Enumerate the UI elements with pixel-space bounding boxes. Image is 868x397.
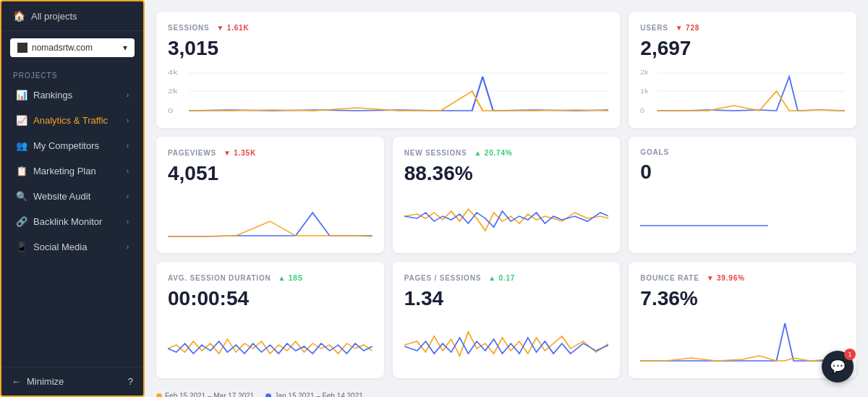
- new-sessions-badge: ▲ 20.74%: [472, 148, 516, 158]
- legend-label-current: Feb 15 2021 – Mar 17 2021: [165, 392, 254, 397]
- help-icon[interactable]: ?: [128, 376, 133, 387]
- main-content: SESSIONS ▼ 1.61K 3,015 4k 2k 0: [145, 0, 868, 397]
- all-projects-link[interactable]: 🏠 All projects: [1, 1, 143, 31]
- chevron-icon: ›: [127, 192, 129, 200]
- avg-session-badge: ▲ 18s: [276, 273, 306, 283]
- minimize-button[interactable]: ← Minimize ?: [1, 367, 143, 396]
- goals-label: GOALS: [640, 148, 845, 156]
- users-chart: 2k 1k 0: [640, 66, 845, 116]
- pageviews-card: PAGEVIEWS ▼ 1.35K 4,051: [156, 137, 384, 253]
- audit-icon: 🔍: [16, 191, 27, 202]
- goals-value: 0: [640, 161, 845, 184]
- avg-session-value: 00:00:54: [168, 287, 373, 310]
- chevron-icon: ›: [127, 243, 129, 251]
- legend-dot-current: [156, 393, 162, 398]
- chat-badge: 1: [844, 349, 856, 360]
- chevron-icon: ›: [127, 142, 129, 150]
- goals-chart: [640, 189, 845, 240]
- backlink-icon: 🔗: [16, 216, 27, 227]
- sidebar-item-label: Analytics & Traffic: [33, 115, 108, 126]
- bounce-rate-badge: ▼ 39.96%: [704, 273, 748, 283]
- competitors-icon: 👥: [16, 140, 27, 151]
- metrics-grid: SESSIONS ▼ 1.61K 3,015 4k 2k 0: [156, 12, 856, 378]
- sidebar-item-rankings[interactable]: 📊 Rankings ›: [6, 83, 139, 107]
- svg-text:1k: 1k: [640, 87, 648, 95]
- sidebar-item-analytics[interactable]: 📈 Analytics & Traffic ›: [6, 108, 139, 132]
- project-dot: [17, 43, 27, 53]
- avg-session-card: AVG. SESSION DURATION ▲ 18s 00:00:54: [156, 262, 384, 378]
- sidebar-item-backlink[interactable]: 🔗 Backlink Monitor ›: [6, 210, 139, 234]
- sidebar-item-marketing[interactable]: 📋 Marketing Plan ›: [6, 159, 139, 183]
- pages-sessions-chart: [404, 316, 609, 367]
- bounce-rate-label: BOUNCE RATE ▼ 39.96%: [640, 273, 845, 283]
- sidebar-item-competitors[interactable]: 👥 My Competitors ›: [6, 134, 139, 158]
- pageviews-badge: ▼ 1.35K: [221, 148, 259, 158]
- pages-sessions-value: 1.34: [404, 287, 609, 310]
- analytics-icon: 📈: [16, 115, 27, 126]
- social-icon: 📱: [16, 242, 27, 252]
- pageviews-value: 4,051: [168, 162, 373, 185]
- legend-label-previous: Jan 15 2021 – Feb 14 2021: [274, 392, 362, 397]
- svg-text:4k: 4k: [168, 69, 178, 76]
- sidebar-item-label: Website Audit: [33, 191, 90, 202]
- svg-text:0: 0: [168, 107, 173, 114]
- project-name: nomadsrtw.com: [32, 43, 93, 53]
- chart-legend: Feb 15 2021 – Mar 17 2021 Jan 15 2021 – …: [156, 385, 856, 397]
- all-projects-label: All projects: [31, 11, 77, 22]
- goals-card: GOALS 0: [629, 137, 856, 253]
- bounce-rate-chart: [640, 316, 845, 367]
- avg-session-chart: [168, 316, 373, 367]
- legend-dot-previous: [265, 393, 271, 398]
- svg-text:2k: 2k: [640, 69, 648, 76]
- projects-section-label: PROJECTS: [1, 64, 143, 82]
- chat-button[interactable]: 💬 1: [822, 351, 854, 383]
- sidebar-item-label: My Competitors: [33, 140, 99, 151]
- chat-icon: 💬: [830, 359, 846, 375]
- pageviews-label: PAGEVIEWS ▼ 1.35K: [168, 148, 373, 158]
- users-card: USERS ▼ 728 2,697 2k 1k 0: [629, 12, 856, 128]
- svg-text:0: 0: [640, 107, 644, 114]
- chevron-icon: ›: [127, 91, 129, 99]
- chevron-down-icon: ▾: [123, 43, 127, 53]
- new-sessions-card: NEW SESSIONS ▲ 20.74% 88.36%: [393, 137, 621, 253]
- chevron-icon: ›: [127, 116, 129, 124]
- sidebar-item-social[interactable]: 📱 Social Media ›: [6, 235, 139, 259]
- legend-item-previous: Jan 15 2021 – Feb 14 2021: [265, 392, 362, 397]
- sidebar-item-audit[interactable]: 🔍 Website Audit ›: [6, 184, 139, 208]
- new-sessions-label: NEW SESSIONS ▲ 20.74%: [404, 148, 609, 158]
- users-value: 2,697: [640, 37, 845, 60]
- users-badge: ▼ 728: [673, 23, 702, 33]
- sidebar-item-label: Marketing Plan: [33, 166, 96, 176]
- sessions-card: SESSIONS ▼ 1.61K 3,015 4k 2k 0: [156, 12, 620, 128]
- sidebar-item-label: Social Media: [33, 242, 87, 252]
- minimize-icon: ←: [12, 376, 21, 387]
- pages-sessions-badge: ▲ 0.17: [485, 273, 518, 283]
- sidebar: 🏠 All projects nomadsrtw.com ▾ PROJECTS …: [0, 0, 145, 397]
- chevron-icon: ›: [127, 218, 129, 226]
- new-sessions-chart: [404, 191, 609, 242]
- pageviews-chart: [168, 191, 373, 242]
- avg-session-label: AVG. SESSION DURATION ▲ 18s: [168, 273, 373, 283]
- pages-sessions-card: PAGES / SESSIONS ▲ 0.17 1.34: [393, 262, 621, 378]
- new-sessions-value: 88.36%: [404, 162, 609, 185]
- legend-item-current: Feb 15 2021 – Mar 17 2021: [156, 392, 254, 397]
- marketing-icon: 📋: [16, 166, 27, 176]
- bounce-rate-value: 7.36%: [640, 287, 845, 310]
- sessions-label: SESSIONS ▼ 1.61K: [168, 23, 608, 33]
- rankings-icon: 📊: [16, 90, 27, 101]
- users-label: USERS ▼ 728: [640, 23, 845, 33]
- sidebar-item-label: Rankings: [33, 90, 72, 101]
- chevron-icon: ›: [127, 167, 129, 175]
- project-selector[interactable]: nomadsrtw.com ▾: [10, 38, 135, 57]
- home-icon: 🏠: [13, 10, 25, 22]
- sessions-chart: 4k 2k 0: [168, 66, 608, 116]
- svg-text:2k: 2k: [168, 87, 178, 95]
- pages-sessions-label: PAGES / SESSIONS ▲ 0.17: [404, 273, 609, 283]
- sessions-badge: ▼ 1.61K: [214, 23, 252, 33]
- sessions-value: 3,015: [168, 37, 608, 60]
- sidebar-item-label: Backlink Monitor: [33, 216, 102, 227]
- minimize-label: Minimize: [27, 376, 64, 387]
